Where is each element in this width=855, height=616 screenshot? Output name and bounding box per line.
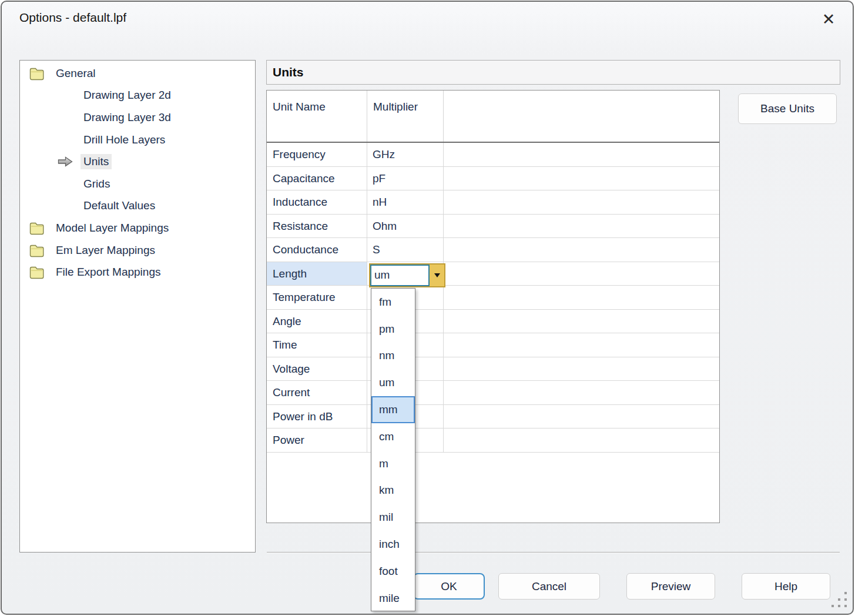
options-tree: General Drawing Layer 2d Drawing Layer 3… xyxy=(19,60,256,553)
table-row: Voltage xyxy=(267,357,719,381)
multiplier-cell[interactable]: GHz xyxy=(367,143,444,166)
tree-item-label: Grids xyxy=(81,176,113,192)
folder-icon xyxy=(28,66,46,81)
unit-name-cell[interactable]: Length xyxy=(267,262,367,286)
tree-item-label: Em Layer Mappings xyxy=(53,243,158,258)
tree-item-label: Default Values xyxy=(81,198,158,213)
dropdown-option-inch[interactable]: inch xyxy=(371,531,415,558)
combobox-dropdown-button[interactable] xyxy=(430,265,444,286)
section-header: Units xyxy=(266,60,840,85)
table-row: Inductance nH xyxy=(267,190,719,215)
dropdown-option-cm[interactable]: cm xyxy=(371,423,415,450)
dialog-title: Options - default.lpf xyxy=(19,11,126,25)
options-dialog: Options - default.lpf ✕ General Drawing … xyxy=(1,1,854,615)
cancel-button[interactable]: Cancel xyxy=(498,573,600,600)
folder-icon xyxy=(28,265,46,280)
tree-item-file-export-mappings[interactable]: File Export Mappings xyxy=(20,261,255,283)
unit-name-cell[interactable]: Inductance xyxy=(267,190,367,214)
column-header-multiplier: Multiplier xyxy=(367,91,444,142)
unit-name-cell[interactable]: Temperature xyxy=(267,286,367,309)
dropdown-option-m[interactable]: m xyxy=(371,450,415,477)
dropdown-option-fm[interactable]: fm xyxy=(371,289,415,316)
folder-icon xyxy=(28,220,46,236)
tree-item-general[interactable]: General xyxy=(20,62,255,85)
multiplier-cell[interactable]: pF xyxy=(367,167,444,190)
tree-item-label: Units xyxy=(81,154,112,169)
tree-item-model-layer-mappings[interactable]: Model Layer Mappings xyxy=(20,217,255,239)
column-header-unit-name: Unit Name xyxy=(267,91,367,142)
unit-name-cell[interactable]: Capacitance xyxy=(267,167,367,190)
combobox-value[interactable]: um xyxy=(370,265,430,286)
table-row: Angle xyxy=(267,310,719,334)
section-title: Units xyxy=(267,65,304,79)
chevron-down-icon xyxy=(434,273,440,277)
close-icon[interactable]: ✕ xyxy=(815,6,842,32)
table-row: Frequency GHz xyxy=(267,143,719,167)
unit-name-cell[interactable]: Power in dB xyxy=(267,405,367,428)
dropdown-option-km[interactable]: km xyxy=(371,477,415,504)
length-unit-dropdown-list: fm pm nm um mm cm m km mil inch foot mil… xyxy=(371,288,415,611)
dropdown-option-mm-highlighted[interactable]: mm xyxy=(371,396,415,423)
tree-item-label: Drawing Layer 3d xyxy=(81,110,174,125)
tree-item-label: Drill Hole Layers xyxy=(81,132,168,148)
dropdown-option-foot[interactable]: foot xyxy=(371,558,415,585)
table-row: Temperature xyxy=(267,286,719,310)
dropdown-option-pm[interactable]: pm xyxy=(371,316,415,343)
folder-icon xyxy=(28,243,46,258)
unit-name-cell[interactable]: Current xyxy=(267,381,367,404)
table-header-row: Unit Name Multiplier xyxy=(267,91,719,143)
dropdown-option-nm[interactable]: nm xyxy=(371,343,415,370)
tree-item-label: Drawing Layer 2d xyxy=(81,88,174,103)
unit-name-cell[interactable]: Conductance xyxy=(267,238,367,262)
dropdown-option-um[interactable]: um xyxy=(371,369,415,396)
unit-name-cell[interactable]: Resistance xyxy=(267,215,367,238)
multiplier-cell[interactable]: nH xyxy=(367,190,444,214)
unit-name-cell[interactable]: Voltage xyxy=(267,357,367,381)
tree-item-em-layer-mappings[interactable]: Em Layer Mappings xyxy=(20,239,255,262)
units-table-panel: Unit Name Multiplier Frequency GHz Capac… xyxy=(266,90,720,523)
tree-item-label: File Export Mappings xyxy=(53,265,163,280)
unit-name-cell[interactable]: Frequency xyxy=(267,143,367,166)
dropdown-option-mile[interactable]: mile xyxy=(371,585,415,612)
table-row: Power in dB xyxy=(267,405,719,429)
table-row: Power xyxy=(267,428,719,453)
footer-separator xyxy=(267,552,840,553)
tree-item-units[interactable]: Units xyxy=(20,150,255,173)
base-units-button[interactable]: Base Units xyxy=(738,93,837,124)
current-item-arrow-icon xyxy=(56,156,74,168)
dropdown-option-mil[interactable]: mil xyxy=(371,504,415,531)
resize-grip[interactable] xyxy=(829,590,831,592)
table-row: Capacitance pF xyxy=(267,167,719,191)
multiplier-cell[interactable]: Ohm xyxy=(367,215,444,238)
unit-name-cell[interactable]: Power xyxy=(267,428,367,452)
table-row: Resistance Ohm xyxy=(267,215,719,239)
tree-item-drill-hole-layers[interactable]: Drill Hole Layers xyxy=(20,129,255,151)
unit-name-cell[interactable]: Time xyxy=(267,333,367,357)
length-multiplier-combobox[interactable]: um xyxy=(369,263,445,287)
tree-item-default-values[interactable]: Default Values xyxy=(20,195,255,217)
tree-item-drawing-layer-2d[interactable]: Drawing Layer 2d xyxy=(20,85,255,107)
ok-button[interactable]: OK xyxy=(413,573,485,600)
multiplier-cell[interactable]: S xyxy=(367,238,444,262)
preview-button[interactable]: Preview xyxy=(626,573,715,600)
tree-item-label: Model Layer Mappings xyxy=(53,220,172,236)
help-button[interactable]: Help xyxy=(742,573,830,600)
table-row: Time xyxy=(267,333,719,357)
table-row: Current xyxy=(267,381,719,405)
tree-item-grids[interactable]: Grids xyxy=(20,173,255,195)
table-row-selected: Length xyxy=(267,262,719,286)
unit-name-cell[interactable]: Angle xyxy=(267,310,367,333)
tree-item-drawing-layer-3d[interactable]: Drawing Layer 3d xyxy=(20,106,255,129)
table-row: Conductance S xyxy=(267,238,719,262)
tree-item-label: General xyxy=(53,66,99,81)
